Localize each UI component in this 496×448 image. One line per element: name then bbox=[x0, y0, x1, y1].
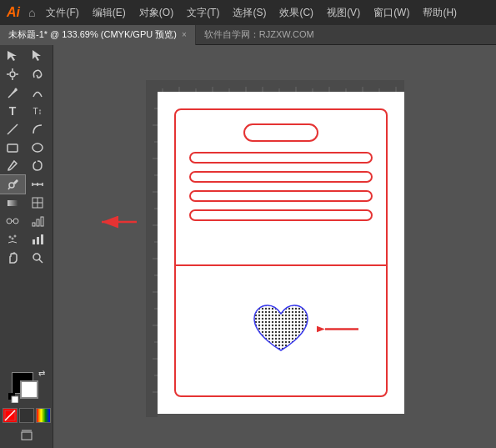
card-line-3 bbox=[189, 190, 373, 202]
card-lines-container bbox=[176, 142, 386, 221]
curvature-tool[interactable] bbox=[25, 83, 50, 102]
canvas-area bbox=[53, 45, 496, 448]
menu-object[interactable]: 对象(O) bbox=[135, 4, 178, 22]
tool-row-6 bbox=[0, 138, 53, 157]
svg-rect-17 bbox=[8, 200, 18, 206]
selection-tool[interactable] bbox=[0, 47, 25, 65]
svg-rect-31 bbox=[37, 237, 39, 244]
main-area: T T↕ bbox=[0, 45, 496, 448]
default-colors-icon[interactable] bbox=[8, 393, 18, 405]
ai-logo: Ai bbox=[7, 5, 20, 20]
heart-arrow bbox=[317, 320, 360, 341]
gradient-tool[interactable] bbox=[0, 194, 25, 212]
svg-rect-36 bbox=[12, 396, 18, 403]
svg-rect-9 bbox=[8, 144, 18, 152]
pen-tool[interactable] bbox=[0, 83, 25, 102]
document bbox=[146, 80, 404, 414]
red-fill-indicator[interactable] bbox=[3, 408, 18, 423]
card-title-area bbox=[176, 110, 386, 142]
menu-text[interactable]: 文字(T) bbox=[183, 4, 223, 22]
home-icon[interactable]: ⌂ bbox=[28, 6, 35, 19]
svg-rect-32 bbox=[41, 234, 43, 244]
website-label: 软件自学网：RJZXW.COM bbox=[204, 28, 314, 41]
menu-view[interactable]: 视图(V) bbox=[323, 4, 364, 22]
menu-select[interactable]: 选择(S) bbox=[228, 4, 270, 22]
measure-tool[interactable] bbox=[25, 175, 50, 194]
card-outline bbox=[174, 108, 388, 397]
type-tool[interactable]: T bbox=[0, 102, 25, 120]
mesh-tool[interactable] bbox=[25, 194, 50, 212]
blob-brush-tool[interactable] bbox=[25, 157, 50, 175]
tool-row-7 bbox=[0, 157, 53, 175]
tool-row-11 bbox=[0, 230, 53, 249]
tool-row-4: T T↕ bbox=[0, 102, 53, 120]
svg-marker-1 bbox=[33, 50, 41, 61]
direct-selection-tool[interactable] bbox=[25, 47, 50, 65]
ellipse-tool[interactable] bbox=[25, 138, 50, 157]
line-tool[interactable] bbox=[0, 120, 25, 138]
color-mode-icons bbox=[3, 408, 51, 423]
svg-rect-43 bbox=[146, 80, 404, 92]
tab-close-button[interactable]: × bbox=[182, 30, 187, 39]
eyedropper-tool[interactable] bbox=[0, 175, 25, 194]
title-bar: Ai ⌂ 文件(F) 编辑(E) 对象(O) 文字(T) 选择(S) 效果(C)… bbox=[0, 0, 496, 25]
heart-svg bbox=[248, 300, 314, 359]
svg-point-28 bbox=[12, 238, 13, 239]
svg-point-33 bbox=[33, 254, 40, 260]
color-boxes[interactable]: ⇄ bbox=[12, 372, 42, 402]
svg-rect-24 bbox=[33, 223, 35, 226]
svg-point-7 bbox=[15, 88, 18, 91]
graph-tool[interactable] bbox=[25, 212, 50, 230]
toolbar-arrow bbox=[95, 210, 141, 236]
swap-colors-icon[interactable]: ⇄ bbox=[38, 369, 45, 378]
card-line-2 bbox=[189, 171, 373, 183]
svg-rect-59 bbox=[146, 92, 158, 417]
zoom-tool[interactable] bbox=[25, 249, 50, 267]
left-ruler bbox=[146, 92, 158, 414]
menu-file[interactable]: 文件(F) bbox=[42, 4, 83, 22]
svg-point-29 bbox=[14, 235, 16, 237]
rectangle-tool[interactable] bbox=[0, 138, 25, 157]
menu-help[interactable]: 帮助(H) bbox=[418, 4, 461, 22]
tab-label: 未标题-1* @ 133.69% (CMYK/GPU 预览) bbox=[8, 28, 177, 41]
tool-row-1 bbox=[0, 47, 53, 65]
svg-point-27 bbox=[9, 236, 11, 238]
card-line-4 bbox=[189, 209, 373, 221]
svg-line-34 bbox=[39, 259, 43, 263]
paintbrush-tool[interactable] bbox=[0, 157, 25, 175]
svg-line-8 bbox=[8, 124, 18, 134]
none-color-box[interactable] bbox=[19, 408, 34, 423]
active-tab[interactable]: 未标题-1* @ 133.69% (CMYK/GPU 预览) × bbox=[0, 25, 196, 45]
svg-point-22 bbox=[13, 219, 18, 224]
menu-bar: 文件(F) 编辑(E) 对象(O) 文字(T) 选择(S) 效果(C) 视图(V… bbox=[42, 4, 461, 22]
menu-window[interactable]: 窗口(W) bbox=[369, 4, 413, 22]
heart-wrapper bbox=[248, 300, 314, 361]
svg-point-6 bbox=[10, 72, 15, 77]
toolbar: T T↕ bbox=[0, 45, 53, 448]
card-bottom-section bbox=[176, 266, 386, 395]
color-area: ⇄ bbox=[0, 369, 53, 446]
tool-row-5 bbox=[0, 120, 53, 138]
menu-edit[interactable]: 编辑(E) bbox=[88, 4, 130, 22]
gradient-color-box[interactable] bbox=[36, 408, 51, 423]
bottom-icons-row bbox=[3, 428, 49, 443]
svg-line-12 bbox=[8, 187, 10, 189]
symbol-sprayer-tool[interactable] bbox=[0, 230, 25, 249]
blend-tool[interactable] bbox=[0, 212, 25, 230]
menu-effect[interactable]: 效果(C) bbox=[275, 4, 318, 22]
stroke-color-box[interactable] bbox=[20, 380, 38, 399]
vertical-type-tool[interactable]: T↕ bbox=[25, 102, 50, 120]
tool-row-2 bbox=[0, 65, 53, 83]
hand-tool[interactable] bbox=[0, 249, 25, 267]
svg-rect-39 bbox=[22, 432, 32, 440]
column-graph-tool[interactable] bbox=[25, 230, 50, 249]
lasso-tool[interactable] bbox=[25, 65, 50, 83]
svg-point-21 bbox=[7, 219, 12, 224]
svg-rect-25 bbox=[37, 219, 39, 226]
magic-wand-tool[interactable] bbox=[0, 65, 25, 83]
tool-row-8 bbox=[0, 175, 53, 194]
arc-tool[interactable] bbox=[25, 120, 50, 138]
change-screen-mode-icon[interactable] bbox=[21, 430, 33, 441]
tool-row-12 bbox=[0, 249, 53, 267]
tool-row-3 bbox=[0, 83, 53, 102]
